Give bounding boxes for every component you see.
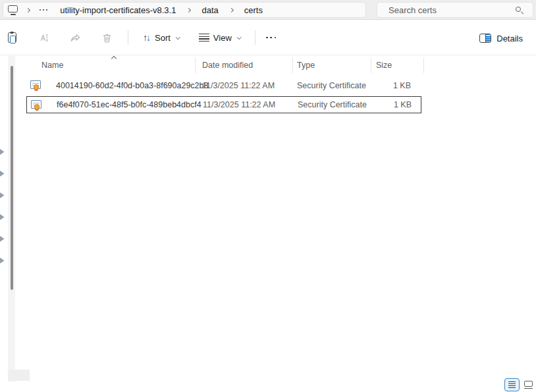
rename-button[interactable]: [33, 26, 54, 49]
sort-arrows-icon: ↑↓: [143, 33, 151, 42]
security-certificate-icon: [30, 80, 41, 89]
column-header-date-modified[interactable]: Date modified: [202, 61, 253, 70]
file-name: 40014190-60d2-4f0d-b0a3-8f690a29c2b8: [56, 76, 208, 95]
file-type: Security Certificate: [298, 97, 367, 113]
nav-pane-scrollbar-thumb[interactable]: [11, 66, 13, 290]
toolbar-divider: [128, 30, 128, 45]
details-pane-button[interactable]: Details: [475, 27, 527, 49]
breadcrumb-item-data[interactable]: data: [199, 3, 221, 17]
column-resize-handle[interactable]: [195, 57, 196, 73]
file-row-selected[interactable]: f6e4f070-51ec-48f5-b0fc-489beb4dbcf4 11/…: [26, 96, 421, 113]
chevron-right-icon: [186, 7, 191, 12]
thumbnail-icon: [524, 381, 533, 387]
tree-expand-chevron-icon[interactable]: [0, 214, 5, 220]
chevron-right-icon: [229, 7, 234, 12]
tree-expand-chevron-icon[interactable]: [0, 258, 5, 264]
nav-pane-scrollbar-corner: [8, 370, 30, 381]
file-size: 1 KB: [371, 97, 417, 113]
three-dots-icon: [266, 37, 276, 39]
address-bar[interactable]: utility-import-certificates-v8.3.1 data …: [3, 2, 366, 18]
rename-icon: [38, 32, 49, 43]
details-view-toggle-active[interactable]: [504, 378, 520, 391]
chevron-down-icon: [176, 35, 180, 40]
thumbnail-view-toggle[interactable]: [522, 379, 535, 391]
details-pane-label: Details: [496, 34, 523, 43]
search-box[interactable]: [377, 2, 533, 18]
tree-expand-chevron-icon[interactable]: [0, 171, 5, 177]
share-button[interactable]: [65, 26, 86, 49]
search-input[interactable]: [377, 3, 533, 17]
file-size: 1 KB: [371, 76, 416, 95]
file-type: Security Certificate: [297, 76, 366, 95]
command-toolbar: ↑↓ Sort View: [0, 20, 536, 55]
column-resize-handle[interactable]: [292, 57, 293, 73]
sort-ascending-caret-icon: [111, 56, 117, 61]
file-date-modified: 11/3/2025 11:22 AM: [203, 97, 275, 113]
more-options-button[interactable]: [261, 26, 282, 49]
tree-expand-chevron-icon[interactable]: [0, 192, 5, 198]
security-certificate-icon: [31, 100, 41, 109]
chevron-right-icon: [26, 7, 30, 12]
column-header-row: Name Date modified Type Size: [0, 56, 536, 74]
view-button[interactable]: View: [192, 26, 247, 49]
tree-expand-chevron-icon[interactable]: [0, 149, 5, 155]
file-name: f6e4f070-51ec-48f5-b0fc-489beb4dbcf4: [57, 97, 201, 113]
clipboard-paste-icon: [8, 32, 16, 43]
file-date-modified: 11/3/2025 11:22 AM: [202, 76, 275, 95]
share-icon: [70, 32, 81, 43]
chevron-down-icon: [236, 35, 241, 40]
view-lines-icon: [199, 34, 209, 42]
split-panel-icon: [479, 34, 491, 43]
trash-icon: [101, 32, 113, 43]
breadcrumb-item-folder[interactable]: utility-import-certificates-v8.3.1: [57, 3, 178, 17]
this-pc-monitor-icon[interactable]: [8, 5, 18, 13]
address-strip: utility-import-certificates-v8.3.1 data …: [0, 0, 536, 20]
breadcrumb-overflow-button[interactable]: [38, 7, 49, 13]
search-icon[interactable]: [516, 7, 521, 12]
file-row[interactable]: 40014190-60d2-4f0d-b0a3-8f690a29c2b8 11/…: [26, 76, 421, 95]
sort-button[interactable]: ↑↓ Sort: [136, 26, 186, 49]
paste-button[interactable]: [1, 26, 22, 49]
file-explorer-window: utility-import-certificates-v8.3.1 data …: [0, 0, 536, 392]
column-header-type[interactable]: Type: [297, 61, 315, 70]
breadcrumb-item-certs[interactable]: certs: [242, 3, 265, 17]
view-button-label: View: [213, 33, 232, 43]
column-header-size[interactable]: Size: [376, 61, 392, 70]
column-resize-handle[interactable]: [423, 57, 424, 73]
toolbar-divider: [255, 30, 255, 45]
list-lines-icon: [508, 381, 516, 388]
delete-button[interactable]: [96, 26, 117, 49]
tree-expand-chevron-icon[interactable]: [0, 236, 5, 242]
sort-button-label: Sort: [155, 33, 171, 43]
column-header-name[interactable]: Name: [41, 61, 63, 70]
column-resize-handle[interactable]: [371, 57, 371, 73]
